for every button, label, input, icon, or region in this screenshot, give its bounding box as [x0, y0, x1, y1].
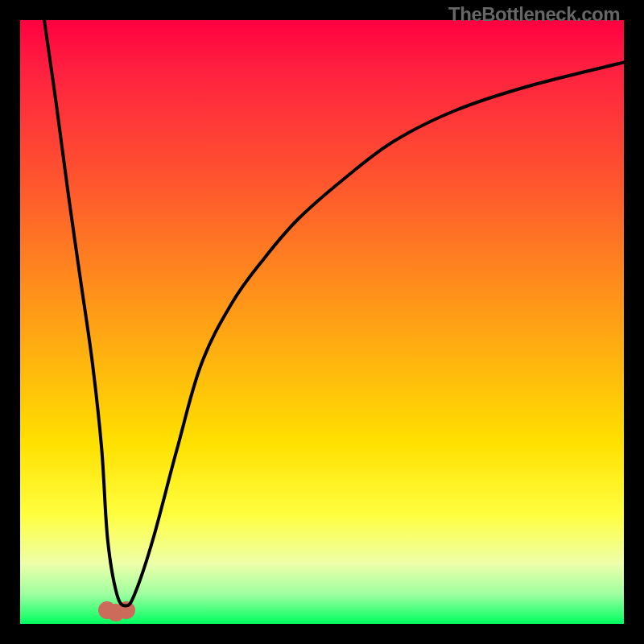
bottleneck-chart: [20, 20, 624, 624]
bottleneck-curve-path: [44, 20, 624, 606]
bottleneck-curve-svg: [20, 20, 624, 624]
watermark-text: TheBottleneck.com: [448, 3, 620, 26]
